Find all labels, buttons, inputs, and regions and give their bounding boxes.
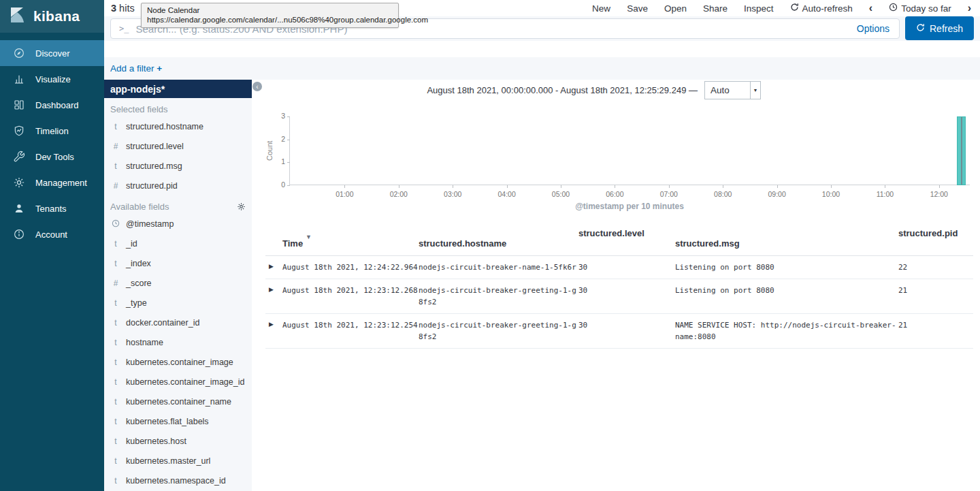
histogram-bar[interactable] <box>957 116 966 185</box>
x-tick-mark <box>669 185 670 188</box>
dashboard-icon <box>13 99 25 111</box>
field-docker.container_id[interactable]: tdocker.container_id <box>104 313 252 332</box>
x-tick-mark <box>453 185 453 188</box>
y-tick-mark <box>287 140 290 140</box>
clock-icon <box>111 219 120 229</box>
text-field-icon: t <box>111 377 120 387</box>
kibana-logo[interactable]: kibana <box>0 0 104 33</box>
gear-icon <box>13 176 25 189</box>
refresh-button[interactable]: Refresh <box>905 16 974 40</box>
text-field-icon: t <box>111 259 120 268</box>
selected-fields-heading: Selected fields <box>104 98 252 116</box>
field-structured.level[interactable]: #structured.level <box>104 136 252 156</box>
sort-descending-icon: ▼ <box>306 234 312 249</box>
tooltip-url: https://calendar.google.com/calendar/...… <box>147 15 393 25</box>
x-tick-label: 03:00 <box>436 190 470 198</box>
kibana-logo-text: kibana <box>33 8 80 25</box>
x-tick-mark <box>615 185 615 188</box>
options-link[interactable]: Options <box>847 23 899 34</box>
text-field-icon: t <box>111 161 120 171</box>
left-navigation: kibana Discover Visualize Dashboard Time… <box>0 0 104 491</box>
field-hostname[interactable]: thostname <box>104 332 252 352</box>
field-settings-gear-icon[interactable] <box>237 202 246 211</box>
x-tick-mark <box>885 185 885 188</box>
field-_score[interactable]: #_score <box>104 273 252 293</box>
y-tick-label: 0 <box>269 180 285 189</box>
field-_id[interactable]: t_id <box>104 234 252 253</box>
time-back-chevron[interactable]: ‹ <box>869 2 872 14</box>
field-kubernetes.namespace_id[interactable]: tkubernetes.namespace_id <box>104 471 252 490</box>
y-tick-mark <box>287 162 290 163</box>
x-tick-label: 08:00 <box>706 190 740 198</box>
menu-item-open[interactable]: Open <box>664 3 687 14</box>
expand-row-icon[interactable]: ▶ <box>265 256 282 279</box>
query-prompt-icon: >_ <box>111 24 135 33</box>
x-tick-label: 11:00 <box>868 190 902 198</box>
field-@timestamp[interactable]: @timestamp <box>104 214 252 234</box>
documents-table: Time ▼ structured.hostname structured.le… <box>265 225 973 349</box>
text-field-icon: t <box>111 456 120 466</box>
x-tick-label: 09:00 <box>760 190 794 198</box>
refresh-cycle-icon <box>790 2 799 14</box>
menu-item-share[interactable]: Share <box>703 3 728 14</box>
column-header-hostname[interactable]: structured.hostname <box>419 225 578 256</box>
column-header-msg[interactable]: structured.msg <box>675 225 898 256</box>
nav-item-dashboard[interactable]: Dashboard <box>0 92 104 118</box>
field-structured.msg[interactable]: tstructured.msg <box>104 156 252 176</box>
time-range-label: August 18th 2021, 00:00:00.000 - August … <box>289 85 698 95</box>
expand-row-icon[interactable]: ▶ <box>265 314 282 349</box>
nav-item-timelion[interactable]: Timelion <box>0 118 104 144</box>
x-axis-title: @timestamp per 10 minutes <box>289 202 970 211</box>
time-forward-chevron[interactable]: › <box>968 2 971 14</box>
nav-item-dev-tools[interactable]: Dev Tools <box>0 144 104 170</box>
menu-item-save[interactable]: Save <box>627 3 648 14</box>
text-field-icon: t <box>111 476 120 486</box>
field-structured.pid[interactable]: #structured.pid <box>104 176 252 195</box>
cell-level: 30 <box>578 314 675 349</box>
x-tick-label: 12:00 <box>922 190 956 198</box>
field-kubernetes.container_image_id[interactable]: tkubernetes.container_image_id <box>104 372 252 392</box>
column-header-time[interactable]: Time ▼ <box>282 225 419 256</box>
field-kubernetes.flat_labels[interactable]: tkubernetes.flat_labels <box>104 411 252 431</box>
cell-pid: 21 <box>898 314 973 349</box>
field-_index[interactable]: t_index <box>104 253 252 273</box>
x-tick-label: 07:00 <box>652 190 686 198</box>
cell-hostname: nodejs-circuit-breaker-greeting-1-g8fs2 <box>419 279 578 314</box>
field-kubernetes.master_url[interactable]: tkubernetes.master_url <box>104 451 252 471</box>
cell-msg: Listening on port 8080 <box>675 256 898 279</box>
available-fields-list: @timestampt_idt_index#_scoret_typetdocke… <box>104 214 252 490</box>
field-_type[interactable]: t_type <box>104 293 252 313</box>
interval-select[interactable]: Auto ▼ <box>704 81 761 99</box>
compass-icon <box>13 47 25 59</box>
x-tick-label: 04:00 <box>490 190 524 198</box>
add-filter-link[interactable]: Add a filter + <box>110 63 162 74</box>
nav-item-account[interactable]: Account <box>0 221 104 247</box>
field-kubernetes.host[interactable]: tkubernetes.host <box>104 431 252 451</box>
cell-pid: 22 <box>898 256 973 279</box>
column-header-level[interactable]: structured.level <box>578 225 675 256</box>
field-kubernetes.container_image[interactable]: tkubernetes.container_image <box>104 352 252 372</box>
field-structured.hostname[interactable]: tstructured.hostname <box>104 116 252 136</box>
index-pattern-selector[interactable]: app-nodejs* <box>104 80 252 98</box>
menu-item-new[interactable]: New <box>592 3 610 14</box>
nav-item-management[interactable]: Management <box>0 170 104 195</box>
timelion-icon <box>13 125 25 137</box>
x-tick-label: 06:00 <box>598 190 632 198</box>
nav-item-discover[interactable]: Discover <box>0 40 104 66</box>
auto-refresh-button[interactable]: Auto-refresh <box>790 2 853 14</box>
expand-row-icon[interactable]: ▶ <box>265 279 282 314</box>
text-field-icon: t <box>111 417 120 426</box>
time-picker-button[interactable]: Today so far <box>889 2 951 14</box>
nav-items: Discover Visualize Dashboard Timelion De… <box>0 33 104 247</box>
x-tick-mark <box>399 185 399 188</box>
column-header-pid[interactable]: structured.pid <box>898 225 973 256</box>
text-field-icon: t <box>111 239 120 249</box>
number-field-icon: # <box>111 142 120 151</box>
collapse-sidebar-button[interactable]: ‹ <box>252 82 262 91</box>
histogram-chart[interactable]: 012301:0002:0003:0004:0005:0006:0007:000… <box>289 116 970 185</box>
field-kubernetes.container_name[interactable]: tkubernetes.container_name <box>104 392 252 411</box>
nav-item-tenants[interactable]: Tenants <box>0 195 104 221</box>
menu-item-inspect[interactable]: Inspect <box>744 3 774 14</box>
nav-item-visualize[interactable]: Visualize <box>0 66 104 92</box>
text-field-icon: t <box>111 437 120 446</box>
